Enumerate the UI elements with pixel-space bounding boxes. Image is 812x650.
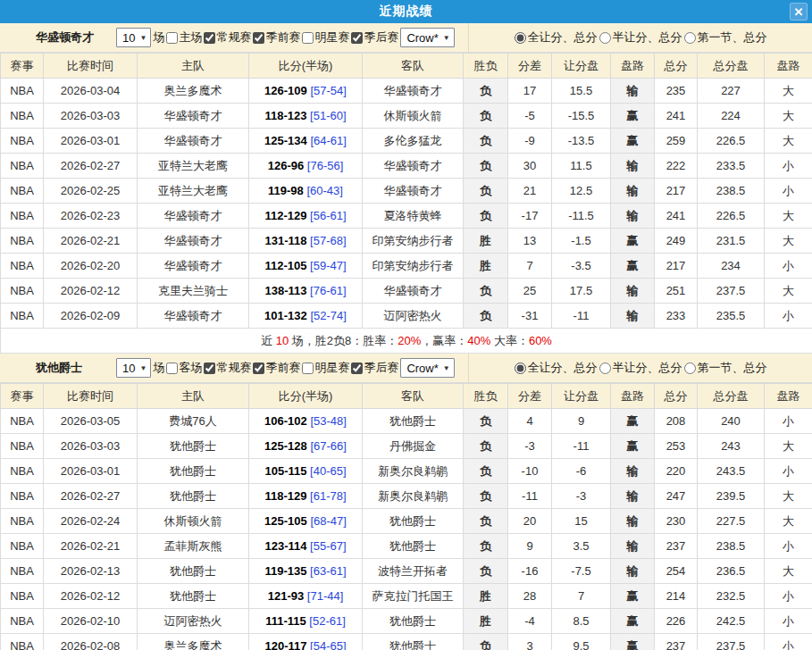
filter-checkbox[interactable]: 季前赛 — [251, 29, 300, 46]
column-header: 总分 — [655, 54, 698, 79]
cell-result: 负 — [464, 79, 508, 104]
filter-checkbox-input[interactable] — [204, 32, 215, 44]
filter-checkbox[interactable]: 明星赛 — [300, 29, 349, 46]
cell-result: 胜 — [464, 609, 508, 634]
cell-total-line: 235.5 — [698, 304, 765, 329]
cell-home-team: 华盛顿奇才 — [138, 229, 249, 254]
cell-away-team: 萨克拉门托国王 — [363, 584, 464, 609]
close-button[interactable]: ✕ — [790, 3, 808, 21]
cell-spread-line: 11.5 — [552, 154, 611, 179]
column-header: 让分盘 — [552, 384, 611, 409]
half-time-score: [51-60] — [310, 109, 346, 122]
chevron-down-icon: ▼ — [443, 364, 450, 372]
column-header: 赛事 — [1, 384, 44, 409]
cell-date: 2026-03-03 — [44, 104, 138, 129]
cell-league: NBA — [1, 304, 44, 329]
cell-result: 负 — [464, 634, 508, 650]
odds-source-value: Crow* — [406, 31, 438, 45]
filter-checkbox-input[interactable] — [302, 362, 314, 374]
cell-league: NBA — [1, 154, 44, 179]
cell-over-under: 大 — [765, 104, 812, 129]
line-type-option[interactable]: 半让分、总分 — [599, 29, 682, 46]
line-type-radio[interactable] — [684, 32, 696, 44]
line-type-radio[interactable] — [599, 362, 611, 374]
cell-over-under: 大 — [765, 129, 812, 154]
filter-checkbox[interactable]: 常规赛 — [202, 29, 251, 46]
cell-date: 2026-02-08 — [44, 634, 138, 650]
cell-spread-result: 赢 — [611, 634, 655, 650]
cell-date: 2026-02-12 — [44, 279, 138, 304]
half-time-score: [63-61] — [310, 564, 346, 578]
line-type-option[interactable]: 第一节、总分 — [684, 360, 767, 376]
line-type-radio[interactable] — [515, 32, 526, 44]
cell-away-team: 丹佛掘金 — [363, 434, 464, 459]
cell-point-diff: 7 — [508, 254, 552, 279]
line-type-radio[interactable] — [515, 362, 526, 374]
filter-checkbox-input[interactable] — [302, 32, 314, 44]
line-type-radio[interactable] — [599, 32, 611, 44]
filter-checkbox-input[interactable] — [253, 32, 264, 44]
column-header: 主队 — [138, 384, 249, 409]
table-row: NBA2026-03-01华盛顿奇才125-134 [64-61]多伦多猛龙负-… — [1, 129, 812, 154]
odds-source-select[interactable]: Crow*▼ — [400, 28, 454, 47]
table-row: NBA2026-02-23华盛顿奇才112-129 [56-61]夏洛特黄蜂负-… — [1, 204, 812, 229]
cell-away-team: 华盛顿奇才 — [363, 79, 464, 104]
cell-over-under: 大 — [765, 484, 812, 509]
cell-point-diff: -5 — [508, 104, 552, 129]
cell-date: 2026-03-01 — [44, 129, 138, 154]
cell-result: 负 — [464, 434, 508, 459]
cell-point-diff: -9 — [508, 129, 552, 154]
filter-checkbox-input[interactable] — [351, 362, 363, 374]
half-time-score: [76-61] — [310, 284, 346, 297]
cell-home-team: 奥兰多魔术 — [138, 79, 249, 104]
cell-total-points: 241 — [655, 204, 698, 229]
filter-checkbox[interactable]: 常规赛 — [202, 360, 251, 376]
cell-home-team: 亚特兰大老鹰 — [138, 179, 249, 204]
line-type-option[interactable]: 半让分、总分 — [599, 360, 682, 376]
games-count-select[interactable]: 10▼ — [116, 28, 151, 47]
cell-total-points: 237 — [655, 534, 698, 559]
column-header: 赛事 — [1, 54, 44, 79]
odds-source-select[interactable]: Crow*▼ — [400, 358, 454, 378]
column-header: 比分(半场) — [249, 54, 363, 79]
line-type-radio[interactable] — [684, 362, 696, 374]
cell-total-points: 214 — [655, 584, 698, 609]
filter-checkbox[interactable]: 客场 — [164, 360, 202, 376]
filter-checkbox-input[interactable] — [204, 362, 215, 374]
line-type-option[interactable]: 第一节、总分 — [684, 29, 767, 46]
games-count-label: 场 — [153, 360, 164, 376]
cell-total-line: 239.5 — [698, 484, 765, 509]
filter-checkbox-input[interactable] — [351, 32, 363, 44]
cell-date: 2026-03-05 — [44, 409, 138, 434]
table-row: NBA2026-02-12犹他爵士121-93 [71-44]萨克拉门托国王胜2… — [1, 584, 812, 609]
half-time-score: [57-68] — [310, 234, 346, 247]
filter-checkbox-input[interactable] — [253, 362, 264, 374]
cell-result: 负 — [464, 304, 508, 329]
table-row: NBA2026-03-04奥兰多魔术126-109 [57-54]华盛顿奇才负1… — [1, 79, 812, 104]
cell-score: 118-123 [51-60] — [249, 104, 363, 129]
cell-point-diff: 30 — [508, 154, 552, 179]
filter-checkbox[interactable]: 季后赛 — [349, 29, 398, 46]
filter-checkbox[interactable]: 主场 — [164, 29, 202, 46]
filter-checkbox[interactable]: 季前赛 — [251, 360, 300, 376]
cell-total-line: 227.5 — [698, 509, 765, 534]
cell-spread-result: 赢 — [611, 434, 655, 459]
filter-bar: 华盛顿奇才10▼场主场常规赛季前赛明星赛季后赛Crow*▼全让分、总分半让分、总… — [0, 23, 812, 53]
cell-away-team: 犹他爵士 — [363, 634, 464, 650]
filter-checkbox[interactable]: 明星赛 — [300, 360, 349, 376]
table-row: NBA2026-02-21华盛顿奇才131-118 [57-68]印第安纳步行者… — [1, 229, 812, 254]
cell-total-points: 253 — [655, 434, 698, 459]
cell-result: 负 — [464, 279, 508, 304]
cell-score: 125-128 [67-66] — [249, 434, 363, 459]
filter-checkbox-input[interactable] — [166, 32, 178, 44]
line-type-option[interactable]: 全让分、总分 — [515, 29, 598, 46]
cell-date: 2026-02-21 — [44, 534, 138, 559]
cell-point-diff: -10 — [508, 459, 552, 484]
filter-checkbox-input[interactable] — [166, 362, 178, 374]
line-type-option[interactable]: 全让分、总分 — [515, 360, 598, 376]
cell-away-team: 犹他爵士 — [363, 534, 464, 559]
cell-total-line: 236.5 — [698, 559, 765, 584]
filter-checkbox[interactable]: 季后赛 — [349, 360, 398, 376]
games-count-select[interactable]: 10▼ — [116, 358, 151, 378]
cell-date: 2026-02-10 — [44, 609, 138, 634]
